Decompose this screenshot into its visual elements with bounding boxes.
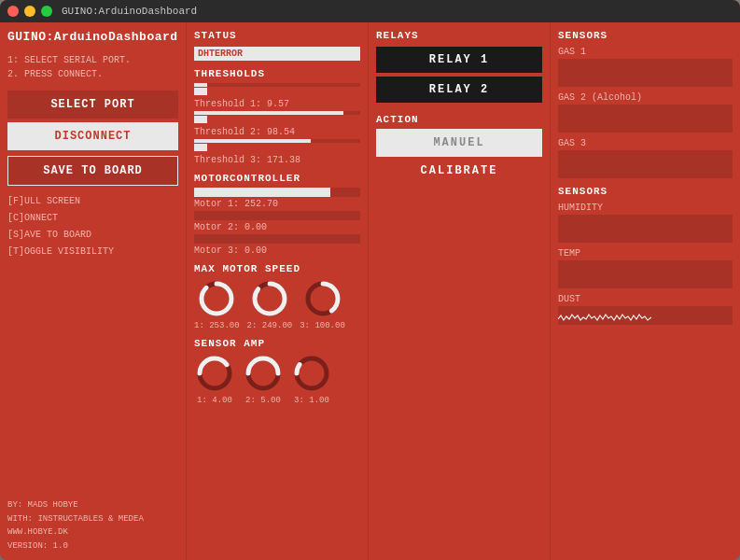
menu-fullscreen[interactable]: [F]ULL SCREEN <box>7 193 178 210</box>
main-content: GUINO:ArduinoDashboard 1: SELECT SERIAL … <box>0 22 740 560</box>
threshold3-bar-fill <box>194 139 311 143</box>
sensor-dial-1-label: 1: 4.00 <box>197 396 232 405</box>
footer-line1: BY: MADS HOBYE <box>7 498 178 511</box>
motor-dial-2-svg <box>249 278 290 319</box>
sidebar: GUINO:ArduinoDashboard 1: SELECT SERIAL … <box>0 22 187 560</box>
motorcontroller-label: MOTORCONTROLLER <box>194 173 360 184</box>
sensor-dial-2: 2: 5.00 <box>243 353 284 405</box>
threshold1-indicator <box>194 88 207 95</box>
action-label: ACTION <box>376 114 542 125</box>
motor-dial-1: 1: 253.00 <box>194 278 240 330</box>
thresholds-label: THRESHOLDS <box>194 68 360 79</box>
threshold2-bar-container <box>194 111 360 115</box>
motor1-bar-container <box>194 188 360 197</box>
hint-line2: 2. PRESS CONNECT. <box>7 67 178 81</box>
threshold1-text: Threshold 1: 9.57 <box>194 99 360 109</box>
motor2-text: Motor 2: 0.00 <box>194 222 360 232</box>
sensor-dials-row: 1: 4.00 2: 5.00 3: 1.00 <box>194 353 360 405</box>
window-title: GUINO:ArduinoDashboard <box>62 6 197 17</box>
humidity-bar <box>558 215 733 243</box>
svg-point-3 <box>255 284 285 314</box>
gas1-bar <box>558 59 733 87</box>
sensors-header: SENSORS <box>558 30 733 41</box>
threshold1-bar-fill <box>194 83 207 87</box>
sensor-dial-3: 3: 1.00 <box>291 353 332 405</box>
sensors-column: SENSORS GAS 1 GAS 2 (Alcohol) GAS 3 SENS… <box>551 22 740 560</box>
footer-line2: WITH: INSTRUCTABLES & MEDEA <box>7 512 178 525</box>
app-window: GUINO:ArduinoDashboard GUINO:ArduinoDash… <box>0 0 740 560</box>
menu-connect[interactable]: [C]ONNECT <box>7 210 178 227</box>
sidebar-hint: 1: SELECT SERIAL PORT. 2. PRESS CONNECT. <box>7 53 178 81</box>
status-column: STATUS DHTERROR THRESHOLDS Threshold 1: … <box>187 22 369 560</box>
gas3-bar <box>558 150 733 178</box>
calibrate-button[interactable]: CALIBRATE <box>376 161 542 181</box>
sensor-dial-2-svg <box>243 353 284 394</box>
sensor-dial-3-label: 3: 1.00 <box>294 396 329 405</box>
gas2-bar <box>558 105 733 133</box>
motor-dial-3-svg <box>302 278 343 319</box>
threshold2-bar-fill <box>194 111 343 115</box>
gas2-label: GAS 2 (Alcohol) <box>558 92 733 103</box>
motor-dial-2: 2: 249.00 <box>247 278 293 330</box>
motor-dial-1-label: 1: 253.00 <box>194 321 240 330</box>
threshold3-bar-container <box>194 139 360 143</box>
svg-point-1 <box>202 284 231 314</box>
sidebar-footer: BY: MADS HOBYE WITH: INSTRUCTABLES & MED… <box>7 498 178 553</box>
footer-line3: WWW.HOBYE.DK <box>7 525 178 539</box>
motor-dial-1-svg <box>196 278 237 319</box>
sensor-amp-label: SENSOR AMP <box>194 338 360 349</box>
menu-toggle[interactable]: [T]OGGLE VISIBILITY <box>7 244 178 260</box>
sensors2-label: SENSORS <box>558 186 733 197</box>
save-to-board-button[interactable]: SAVE TO BOARD <box>7 156 178 186</box>
close-icon[interactable] <box>7 6 19 17</box>
motor-dial-3-label: 3: 100.00 <box>300 321 345 330</box>
dust-wave-svg <box>558 312 651 323</box>
motor-dial-2-label: 2: 249.00 <box>247 321 293 330</box>
gas1-label: GAS 1 <box>558 47 733 57</box>
threshold3-text: Threshold 3: 171.38 <box>194 155 360 165</box>
motor-dial-3: 3: 100.00 <box>300 278 345 330</box>
sidebar-menu: [F]ULL SCREEN [C]ONNECT [S]AVE TO BOARD … <box>7 193 178 260</box>
sensor-dial-3-svg <box>291 353 332 394</box>
status-error: DHTERROR <box>194 47 360 61</box>
threshold3-indicator <box>194 144 207 151</box>
motor1-text: Motor 1: 252.70 <box>194 199 360 209</box>
motor2-bar-container <box>194 211 360 220</box>
dust-bar <box>558 306 733 325</box>
relays-header: RELAYS <box>376 30 542 41</box>
motor3-bar-container <box>194 234 360 244</box>
minimize-icon[interactable] <box>24 6 35 17</box>
motor3-text: Motor 3: 0.00 <box>194 245 360 256</box>
manuel-button[interactable]: MANUEL <box>376 129 542 157</box>
title-bar: GUINO:ArduinoDashboard <box>0 0 740 22</box>
relay2-button[interactable]: RELAY 2 <box>376 77 542 103</box>
threshold1-bar-container <box>194 83 360 87</box>
hint-line1: 1: SELECT SERIAL PORT. <box>7 53 178 67</box>
temp-label: TEMP <box>558 248 733 259</box>
menu-save[interactable]: [S]AVE TO BOARD <box>7 227 178 244</box>
relay1-button[interactable]: RELAY 1 <box>376 47 542 73</box>
maximize-icon[interactable] <box>41 6 52 17</box>
threshold2-indicator <box>194 116 207 123</box>
status-header: STATUS <box>194 30 360 41</box>
app-title: GUINO:ArduinoDashboard <box>7 30 178 44</box>
disconnect-button[interactable]: DISCONNECT <box>7 122 178 150</box>
max-motor-speed-label: MAX MOTOR SPEED <box>194 263 360 274</box>
sensor-dial-1-svg <box>194 353 235 394</box>
relays-column: RELAYS RELAY 1 RELAY 2 ACTION MANUEL CAL… <box>369 22 551 560</box>
select-port-button[interactable]: SELECT PORT <box>7 91 178 119</box>
sensor-dial-2-label: 2: 5.00 <box>245 396 281 405</box>
motor1-bar-fill <box>194 188 330 197</box>
temp-bar <box>558 260 733 288</box>
sensor-dial-1: 1: 4.00 <box>194 353 235 405</box>
threshold2-text: Threshold 2: 98.54 <box>194 127 360 137</box>
gas3-label: GAS 3 <box>558 138 733 148</box>
motor-dials-row: 1: 253.00 2: 249.00 3: 100.00 <box>194 278 360 330</box>
footer-line4: VERSION: 1.0 <box>7 539 178 553</box>
dust-label: DUST <box>558 294 733 304</box>
humidity-label: HUMIDITY <box>558 203 733 213</box>
